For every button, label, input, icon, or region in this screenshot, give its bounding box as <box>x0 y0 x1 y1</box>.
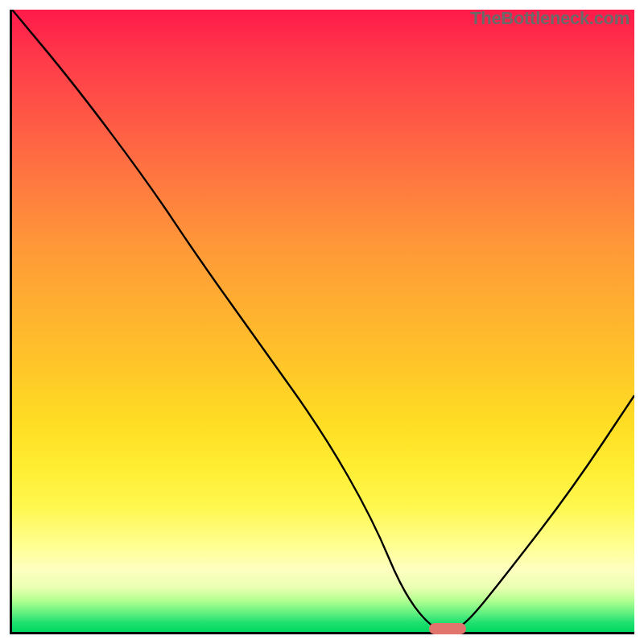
optimum-marker <box>429 623 466 634</box>
plot-area: TheBottleneck.com <box>10 10 634 634</box>
bottleneck-curve <box>12 10 634 632</box>
chart-wrapper: TheBottleneck.com <box>0 0 644 644</box>
watermark-text: TheBottleneck.com <box>470 8 630 29</box>
